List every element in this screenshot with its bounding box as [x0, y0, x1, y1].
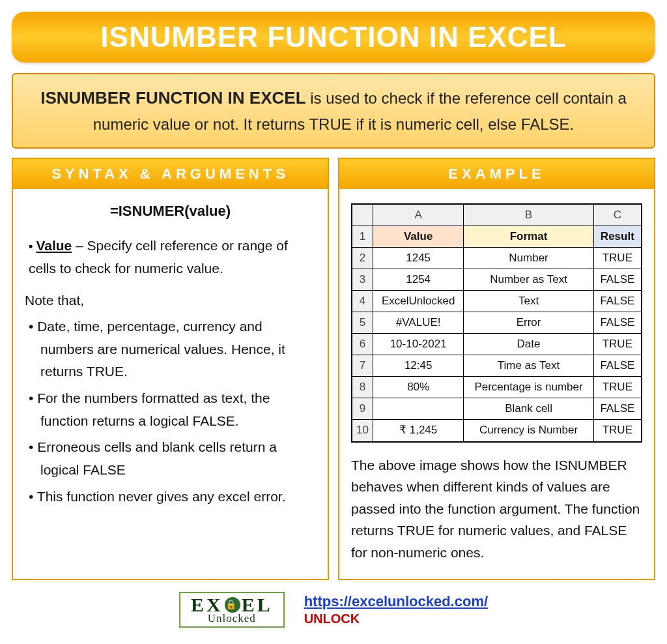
cell-result: TRUE	[593, 420, 641, 441]
row-num: 10	[352, 420, 373, 441]
description-box: ISNUMBER FUNCTION IN EXCEL is used to ch…	[12, 73, 655, 149]
table-row: 610-10-2021DateTRUE	[352, 334, 642, 355]
table-corner	[352, 204, 373, 226]
syntax-body: =ISNUMER(value) Value – Specify cell ref…	[13, 189, 328, 527]
footer-unlock-label: UNLOCK	[304, 611, 488, 626]
col-letter-a: A	[373, 204, 463, 226]
cell-result: FALSE	[593, 312, 641, 334]
cell-result: FALSE	[593, 269, 641, 291]
cell-format: Number	[464, 248, 593, 269]
row-num: 3	[352, 269, 373, 291]
cell-result: TRUE	[593, 377, 641, 398]
row-num: 6	[352, 334, 373, 355]
example-panel: EXAMPLE A B C 1 Value Format Result	[338, 158, 655, 580]
row-num: 5	[352, 312, 373, 334]
syntax-panel: SYNTAX & ARGUMENTS =ISNUMER(value) Value…	[12, 158, 329, 580]
note-item: For the numbers formatted as text, the f…	[29, 387, 316, 432]
row-num: 7	[352, 355, 373, 377]
col-letter-c: C	[593, 204, 641, 226]
syntax-header: SYNTAX & ARGUMENTS	[13, 159, 328, 189]
footer-url-link[interactable]: https://excelunlocked.com/	[304, 593, 488, 609]
row-num: 9	[352, 398, 373, 420]
table-row: 21245NumberTRUE	[352, 248, 642, 269]
note-item: Erroneous cells and blank cells return a…	[29, 436, 316, 481]
argument-list: Value – Specify cell reference or range …	[25, 235, 316, 280]
cell-result: FALSE	[593, 398, 641, 420]
row-num: 2	[352, 248, 373, 269]
cell-format: Date	[464, 334, 593, 355]
page-title-banner: ISNUMBER FUNCTION IN EXCEL	[12, 12, 655, 63]
cell-value	[373, 398, 463, 420]
footer-links: https://excelunlocked.com/ UNLOCK	[304, 593, 488, 626]
cell-value: 1254	[373, 269, 463, 291]
table-col-header-row: A B C	[352, 204, 642, 226]
example-table: A B C 1 Value Format Result 21245NumberT…	[352, 204, 642, 442]
table-row: 712:45Time as TextFALSE	[352, 355, 642, 377]
header-format: Format	[464, 226, 593, 248]
cell-format: Error	[464, 312, 593, 334]
note-label: Note that,	[25, 289, 316, 312]
argument-name: Value	[36, 238, 72, 253]
logo-text-left: EX	[191, 596, 223, 613]
logo: EX 🔒 EL Unlocked	[179, 592, 285, 628]
logo-wordmark: EX 🔒 EL	[191, 596, 273, 613]
lock-icon: 🔒	[225, 597, 240, 613]
row-num: 8	[352, 377, 373, 398]
cell-value: 12:45	[373, 355, 463, 377]
cell-result: FALSE	[593, 291, 641, 312]
note-item: This function never gives any excel erro…	[29, 486, 316, 508]
table-row: 9Blank cellFALSE	[352, 398, 642, 420]
cell-format: Number as Text	[464, 269, 593, 291]
description-bold: ISNUMBER FUNCTION IN EXCEL	[40, 88, 305, 108]
example-header: EXAMPLE	[339, 159, 654, 189]
cell-value: 10-10-2021	[373, 334, 463, 355]
cell-result: TRUE	[593, 334, 641, 355]
cell-value: #VALUE!	[373, 312, 463, 334]
cell-result: FALSE	[593, 355, 641, 377]
cell-format: Percentage is number	[464, 377, 593, 398]
cell-format: Blank cell	[464, 398, 593, 420]
cell-value: ExcelUnlocked	[373, 291, 463, 312]
cell-value: 1245	[373, 248, 463, 269]
example-body: A B C 1 Value Format Result 21245NumberT…	[339, 189, 654, 579]
logo-text-right: EL	[242, 596, 273, 613]
page-title: ISNUMBER FUNCTION IN EXCEL	[100, 21, 566, 53]
table-row: 5#VALUE!ErrorFALSE	[352, 312, 642, 334]
syntax-formula: =ISNUMER(value)	[25, 199, 316, 223]
row-num: 4	[352, 291, 373, 312]
note-item: Date, time, percentage, currency and num…	[29, 315, 316, 383]
table-row: 31254Number as TextFALSE	[352, 269, 642, 291]
table-header-row: 1 Value Format Result	[352, 226, 642, 248]
header-result: Result	[593, 226, 641, 248]
notes-list: Date, time, percentage, currency and num…	[25, 315, 316, 508]
cell-result: TRUE	[593, 248, 641, 269]
cell-value: 80%	[373, 377, 463, 398]
example-caption: The above image shows how the ISNUMBER b…	[351, 454, 642, 564]
col-letter-b: B	[464, 204, 593, 226]
table-row: 4ExcelUnlockedTextFALSE	[352, 291, 642, 312]
cell-value: ₹ 1,245	[373, 420, 463, 441]
footer: EX 🔒 EL Unlocked https://excelunlocked.c…	[12, 592, 655, 628]
row-num: 1	[352, 226, 373, 248]
cell-format: Time as Text	[464, 355, 593, 377]
columns-container: SYNTAX & ARGUMENTS =ISNUMER(value) Value…	[12, 158, 655, 580]
cell-format: Currency is Number	[464, 420, 593, 441]
header-value: Value	[373, 226, 463, 248]
cell-format: Text	[464, 291, 593, 312]
table-row: 880%Percentage is numberTRUE	[352, 377, 642, 398]
example-table-wrap: A B C 1 Value Format Result 21245NumberT…	[351, 203, 642, 443]
table-row: 10₹ 1,245Currency is NumberTRUE	[352, 420, 642, 441]
argument-item: Value – Specify cell reference or range …	[29, 235, 316, 280]
